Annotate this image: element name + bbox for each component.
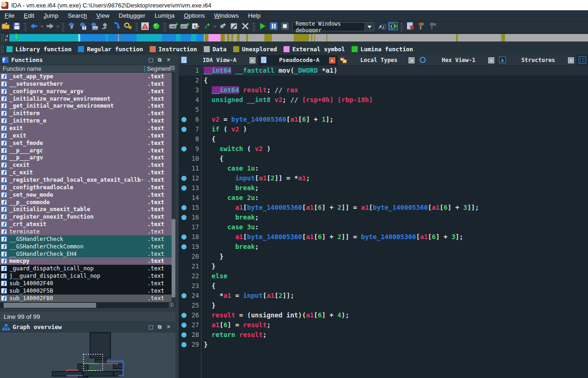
code-line-4[interactable]: 4 unsigned __int8 v2; // [rsp+0h] [rbp-1… xyxy=(179,95,588,105)
code-line-19[interactable]: 19 break; xyxy=(179,242,588,252)
band-segment-gray[interactable] xyxy=(272,34,294,41)
jump-next-button[interactable] xyxy=(100,22,111,32)
menu-options[interactable]: Options xyxy=(179,10,209,21)
menu-search[interactable]: Search xyxy=(63,10,91,21)
line-marker-dot[interactable] xyxy=(181,244,187,249)
lumina-status-button[interactable] xyxy=(151,22,161,32)
undefine-button[interactable] xyxy=(240,22,250,32)
functions-vertical-scrollbar[interactable] xyxy=(172,73,175,302)
code-line-28[interactable]: 28 return result; xyxy=(179,330,588,340)
function-row[interactable]: f_register_thread_local_exe_atexit_callb… xyxy=(0,176,175,184)
function-row[interactable]: fterminate.text xyxy=(0,228,175,235)
code-line-25[interactable]: 25 } xyxy=(179,301,588,310)
functions-horizontal-scrollbar[interactable] xyxy=(0,302,175,308)
debugger-combo-value[interactable]: Remote Windows debugger xyxy=(292,22,365,31)
graph-overview-panel[interactable] xyxy=(0,332,175,378)
line-marker-dot[interactable] xyxy=(181,146,187,151)
pause-process-button[interactable] xyxy=(269,22,279,32)
tab-close-button[interactable]: ✕ xyxy=(408,57,415,63)
band-segment-teal[interactable] xyxy=(9,34,78,41)
band-segment-gray[interactable] xyxy=(248,34,264,41)
jump-to-address-button[interactable]: # xyxy=(67,22,77,32)
line-marker-dot[interactable] xyxy=(181,313,187,318)
code-line-13[interactable]: 13 break; xyxy=(179,183,588,193)
band-segment-olive[interactable] xyxy=(205,34,208,41)
function-row[interactable]: f_set_fmode.text xyxy=(0,139,175,147)
function-row[interactable]: f_configthreadlocale.text xyxy=(0,184,175,191)
function-row[interactable]: f__GSHandlerCheck_EH4.text xyxy=(0,250,175,258)
function-row[interactable]: fexit.text xyxy=(0,124,175,132)
tab-pseudocode-a[interactable]: Pseudocode-A✕ xyxy=(258,55,337,65)
tab-hex-view-1[interactable]: Hex View-1✕ xyxy=(417,55,496,65)
code-line-26[interactable]: 26 result = (unsigned int)(a1[6] + 4); xyxy=(179,310,588,320)
band-segment-gray[interactable] xyxy=(458,34,501,41)
remove-breakpoint-button[interactable] xyxy=(428,22,438,32)
tab-ida-view-a[interactable]: IDA View-A✕ xyxy=(179,55,257,65)
navigate-forward-history-dropdown[interactable] xyxy=(55,22,60,32)
start-process-button[interactable] xyxy=(257,22,268,32)
band-scroll-arrows[interactable] xyxy=(4,34,9,41)
code-line-14[interactable]: 14 case 2u: xyxy=(179,193,588,203)
tab-close-button[interactable]: ✕ xyxy=(488,57,494,63)
menu-lumina[interactable]: Lumina xyxy=(150,10,180,21)
function-row[interactable]: fsub_140002F40.text xyxy=(0,280,175,287)
band-segment-olive[interactable] xyxy=(294,34,309,41)
code-line-21[interactable]: 21 } xyxy=(179,261,588,271)
breakpoint-list-button[interactable] xyxy=(405,22,415,32)
line-marker-dot[interactable] xyxy=(181,205,187,210)
band-segment-teal[interactable] xyxy=(191,34,196,41)
function-row[interactable]: f_crt_atexit.text xyxy=(0,220,175,228)
line-marker-dot[interactable] xyxy=(181,342,187,347)
jump-by-name-button[interactable]: T xyxy=(78,22,88,32)
line-marker-dot[interactable] xyxy=(181,332,187,337)
line-marker-dot[interactable] xyxy=(181,186,187,191)
function-row[interactable]: f_configure_narrow_argv.text xyxy=(0,88,175,95)
run-to-cursor-button[interactable]: C xyxy=(388,22,398,32)
make-string-button[interactable]: s xyxy=(202,22,212,32)
code-line-1[interactable]: 1__int64 __fastcall mov(_DWORD *a1) xyxy=(179,66,588,76)
header-corner-button[interactable] xyxy=(170,66,174,70)
line-marker-dot[interactable] xyxy=(181,176,187,181)
line-marker-dot[interactable] xyxy=(181,127,187,132)
code-line-18[interactable]: 18 a1[byte_140005360[a1[6] + 2]] = byte_… xyxy=(179,232,588,242)
function-row[interactable]: f_c_exit.text xyxy=(0,169,175,176)
save-file-button[interactable] xyxy=(12,22,22,32)
column-function-name[interactable]: Function name xyxy=(0,66,145,72)
band-segment-blue[interactable] xyxy=(108,34,118,41)
edit-function-button[interactable] xyxy=(229,22,239,32)
open-file-button[interactable] xyxy=(0,22,11,32)
code-line-20[interactable]: 20 } xyxy=(179,252,588,261)
line-marker-dot[interactable] xyxy=(181,234,187,240)
function-row[interactable]: f_get_initial_narrow_environment.text xyxy=(0,102,175,110)
window-list-icon[interactable] xyxy=(579,56,587,64)
band-segment-gray[interactable] xyxy=(505,34,588,41)
string-options-dropdown[interactable] xyxy=(213,22,217,32)
menu-edit[interactable]: Edit xyxy=(19,10,39,21)
pseudocode-view[interactable]: 1__int64 __fastcall mov(_DWORD *a1)2{3 _… xyxy=(179,65,588,378)
function-row[interactable]: fmemcpy.text xyxy=(0,257,175,265)
menu-jump[interactable]: Jump xyxy=(39,10,63,21)
debugger-combo-arrow[interactable] xyxy=(365,22,374,31)
band-segment-gray[interactable] xyxy=(240,34,246,41)
code-line-23[interactable]: 23 { xyxy=(179,281,588,291)
code-line-12[interactable]: 12 input[a1[2]] = *a1; xyxy=(179,173,588,183)
function-row[interactable]: f__p__commode.text xyxy=(0,199,175,206)
search-button[interactable] xyxy=(123,22,133,32)
band-segment-pink[interactable] xyxy=(208,34,221,41)
band-segment-teal[interactable] xyxy=(176,34,180,41)
code-line-27[interactable]: 27 a1[6] = result; xyxy=(179,320,588,330)
navigate-back-history-dropdown[interactable] xyxy=(40,22,44,32)
jump-to-binary-button[interactable]: 101 xyxy=(89,22,99,32)
tab-close-button[interactable]: ✕ xyxy=(329,57,335,63)
function-row[interactable]: f__p___argc.text xyxy=(0,147,175,154)
function-row[interactable]: f_cexit.text xyxy=(0,161,175,169)
panel-splitter[interactable] xyxy=(175,55,179,378)
graph-restore-button[interactable]: □ xyxy=(148,324,154,330)
functions-scroll-corner[interactable]: ▲▼ xyxy=(169,302,174,308)
code-line-24[interactable]: 24 *a1 = input[a1[2]]; xyxy=(179,291,588,301)
function-row[interactable]: f_initterm_e.text xyxy=(0,117,175,124)
band-segment-gray[interactable] xyxy=(233,34,237,41)
band-segment-olive[interactable] xyxy=(501,34,505,41)
add-breakpoint-button[interactable] xyxy=(416,22,427,32)
stop-process-button[interactable] xyxy=(280,22,290,32)
